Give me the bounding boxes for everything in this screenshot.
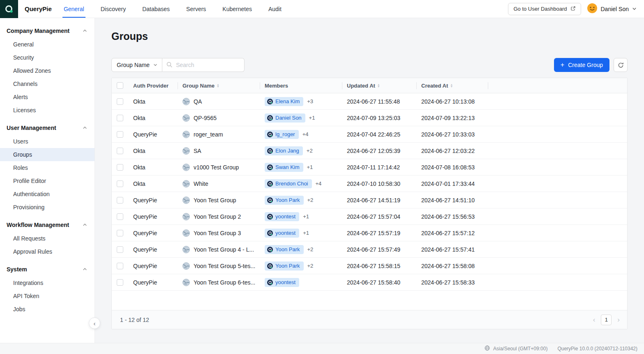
refresh-button[interactable] [614, 58, 628, 72]
sidebar-item[interactable]: Licenses [0, 104, 95, 117]
sidebar-item[interactable]: Roles [0, 161, 95, 174]
top-nav-tab[interactable]: Databases [141, 0, 171, 18]
sidebar-section-header[interactable]: System [0, 262, 95, 276]
next-page-button[interactable]: › [616, 316, 621, 323]
querypie-logo-icon[interactable] [0, 0, 18, 18]
row-checkbox[interactable] [117, 230, 123, 236]
sidebar-item[interactable]: Groups [0, 148, 95, 161]
group-name-cell: SA [178, 147, 260, 155]
table-row[interactable]: QueryPie Yoon Test Group 2 [112, 208, 627, 225]
group-name-cell: roger_team [178, 131, 260, 138]
member-chip[interactable]: Brendon Choi [265, 179, 312, 188]
sidebar-item[interactable]: Approval Rules [0, 245, 95, 258]
sidebar-item[interactable]: Integrations [0, 276, 95, 289]
member-chip[interactable]: Elon Jang [265, 146, 303, 155]
sidebar-collapse-button[interactable]: ‹ [89, 317, 100, 329]
table-row[interactable]: QueryPie Yoon Test Group 5-tes... [112, 258, 627, 274]
group-name-text: Yoon Test Group 3 [194, 230, 241, 236]
member-chip[interactable]: Swan Kim [265, 163, 303, 172]
search-input[interactable] [175, 61, 240, 69]
member-chip[interactable]: lg_roger [265, 130, 299, 139]
created-at-cell: 2024-07-01 17:33:44 [416, 180, 488, 187]
table-row[interactable]: QueryPie Yoon Test Group 3 [112, 225, 627, 241]
row-checkbox[interactable] [117, 180, 123, 187]
sidebar-item[interactable]: Users [0, 135, 95, 148]
prev-page-button[interactable]: ‹ [592, 316, 596, 323]
sidebar-section-header[interactable]: User Management [0, 121, 95, 135]
sidebar-item[interactable]: All Requests [0, 232, 95, 245]
updated-at-cell: 2024-07-10 10:58:30 [342, 180, 416, 187]
sort-icon[interactable]: ▲▼ [377, 83, 380, 88]
member-chip[interactable]: Yoon Park [265, 261, 304, 271]
updated-at-cell: 2024-06-27 14:51:19 [342, 197, 416, 204]
sidebar-item[interactable]: General [0, 38, 95, 51]
row-checkbox[interactable] [117, 263, 123, 269]
sidebar-item[interactable]: Allowed Zones [0, 64, 95, 77]
go-to-user-dashboard-button[interactable]: Go to User Dashboard [508, 3, 581, 15]
top-nav-tab[interactable]: Audit [267, 0, 283, 18]
row-checkbox[interactable] [117, 213, 123, 220]
member-chip[interactable]: Yoon Park [265, 196, 304, 205]
filter-field-select[interactable]: Group Name [111, 58, 162, 72]
group-name-text: Yoon Test Group [194, 197, 236, 204]
sidebar-item[interactable]: API Token [0, 289, 95, 303]
members-cell: Elon Jang +2 [260, 146, 342, 155]
table-row[interactable]: QueryPie roger_team [112, 126, 627, 143]
table-row[interactable]: QueryPie Yoon Test Group [112, 192, 627, 208]
row-checkbox[interactable] [117, 98, 123, 105]
member-name: Brendon Choi [275, 180, 308, 187]
auth-provider-cell: Okta [128, 180, 178, 187]
table-row[interactable]: Okta QA [112, 93, 627, 110]
top-nav-tab[interactable]: Discovery [99, 0, 127, 18]
row-checkbox[interactable] [117, 131, 123, 138]
row-checkbox[interactable] [117, 148, 123, 154]
sort-icon[interactable]: ▲▼ [450, 83, 453, 88]
top-nav-tab[interactable]: Servers [185, 0, 207, 18]
row-checkbox[interactable] [117, 164, 123, 171]
table-row[interactable]: Okta SA [112, 143, 627, 159]
table-row[interactable]: QueryPie Yoon Test Group 4 - L... [112, 241, 627, 258]
sidebar-section-header[interactable]: Company Management [0, 24, 95, 38]
member-chip[interactable]: Yoon Park [265, 245, 304, 254]
sidebar-item[interactable]: Authentication [0, 187, 95, 201]
sidebar-item[interactable]: Provisioning [0, 201, 95, 214]
select-all-checkbox[interactable] [117, 82, 123, 89]
created-at-cell: 2024-06-27 12:03:22 [416, 148, 488, 154]
row-checkbox-cell [112, 197, 128, 204]
table-row[interactable]: QueryPie Yoon Test Group 6-tes... [112, 274, 627, 291]
row-checkbox[interactable] [117, 279, 123, 286]
member-chip[interactable]: yoontest [265, 229, 299, 238]
create-group-button[interactable]: + Create Group [554, 58, 609, 72]
toolbar-right: + Create Group [554, 58, 628, 72]
top-nav-tab[interactable]: Kubernetes [221, 0, 253, 18]
updated-at-cell: 2024-06-27 15:57:19 [342, 230, 416, 236]
header-auth-provider[interactable]: Auth Provider [128, 78, 178, 93]
group-avatar-icon [182, 213, 190, 220]
row-checkbox[interactable] [117, 246, 123, 253]
table-row[interactable]: Okta v1000 Test Group [112, 159, 627, 176]
table-row[interactable]: Okta QP-9565 [112, 110, 627, 126]
page-number-button[interactable]: 1 [601, 315, 612, 325]
header-created-at[interactable]: Created At ▲▼ [416, 78, 488, 93]
header-members[interactable]: Members [260, 78, 342, 93]
header-updated-at[interactable]: Updated At ▲▼ [342, 78, 416, 93]
sidebar-item[interactable]: Alerts [0, 90, 95, 104]
top-nav-tab[interactable]: General [62, 0, 85, 18]
row-checkbox[interactable] [117, 115, 123, 121]
table-row[interactable]: Okta White [112, 176, 627, 192]
member-chip[interactable]: yoontest [265, 212, 299, 221]
sidebar-item[interactable]: Security [0, 51, 95, 64]
member-chip[interactable]: yoontest [265, 278, 299, 287]
row-checkbox[interactable] [117, 197, 123, 204]
group-name-cell: Yoon Test Group [178, 197, 260, 204]
group-name-text: QA [194, 98, 202, 105]
sort-icon[interactable]: ▲▼ [217, 83, 219, 88]
user-menu[interactable]: Daniel Son [587, 3, 637, 15]
sidebar-section-header[interactable]: Workflow Management [0, 218, 95, 232]
header-group-name[interactable]: Group Name ▲▼ [178, 78, 260, 93]
member-chip[interactable]: Elena Kim [265, 97, 303, 106]
member-chip[interactable]: Daniel Son [265, 113, 305, 123]
sidebar-item[interactable]: Jobs [0, 303, 95, 316]
sidebar-item[interactable]: Profile Editor [0, 174, 95, 187]
sidebar-item[interactable]: Channels [0, 77, 95, 90]
